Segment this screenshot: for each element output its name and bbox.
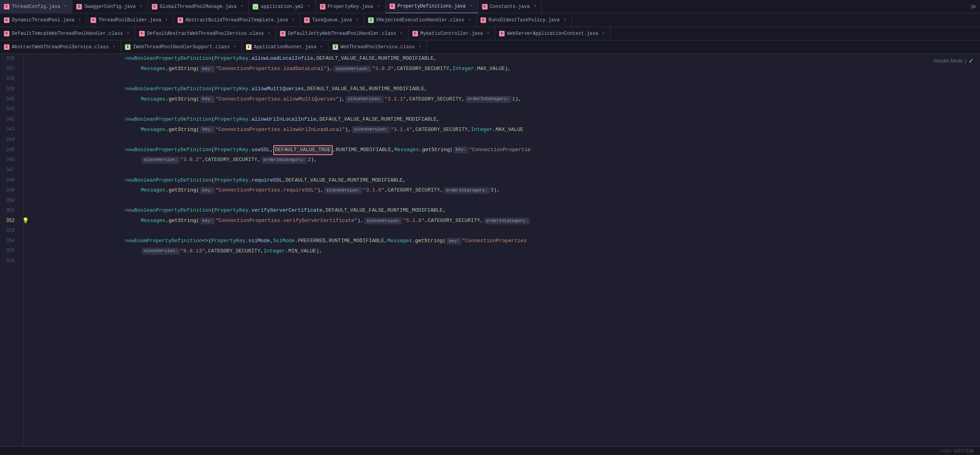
code-line-336: new BooleanPropertyDefinition ( Property…	[30, 54, 980, 64]
tab-close-propertydefinitions[interactable]: ×	[468, 4, 474, 9]
tab-label-threadconfig: ThreadConfig.java	[12, 4, 60, 9]
tab-close-abstractwebthread[interactable]: ×	[111, 44, 117, 50]
tab-close-dynamicthreadpool[interactable]: ×	[77, 17, 82, 23]
tab-webserverapplication[interactable]: C WebServerApplicationContext.java ×	[495, 27, 610, 40]
tab-bar-row1: C ThreadConfig.java × C SwaggerConfig.ja…	[0, 0, 980, 13]
line-339: 339	[0, 84, 19, 95]
line-346: 346	[0, 155, 19, 165]
tab-icon-iwebthreadpool: I	[125, 44, 131, 50]
tab-icon-swaggerconfig: C	[76, 4, 82, 9]
tab-defaultabstract[interactable]: C DefaultAbstractWebThreadPoolService.cl…	[135, 27, 276, 40]
tab-mybatiscontroller[interactable]: C MybatisController.java ×	[409, 27, 495, 40]
tab-close-applicationyml[interactable]: ×	[306, 4, 312, 9]
code-line-355: sinceVersion: "8.0.13" , CATEGORY_SECURI…	[30, 246, 980, 256]
tab-globalthreadpool[interactable]: C GlobalThreadPoolManage.java ×	[148, 0, 249, 13]
tab-icon-defaultabstract: C	[139, 31, 145, 36]
line-numbers-gutter: 336 337 338 339 340 341 342 343 344 345 …	[0, 54, 24, 446]
code-line-356	[30, 256, 980, 267]
line-351: 351	[0, 206, 19, 216]
tab-close-taskqueue[interactable]: ×	[354, 17, 360, 23]
tab-constants[interactable]: C Constants.java ×	[478, 0, 542, 13]
tab-propertykey[interactable]: C PropertyKey.java ×	[316, 0, 386, 13]
tab-label-constants: Constants.java	[490, 4, 530, 9]
line-348: 348	[0, 175, 19, 186]
tab-label-abstractwebthread: AbstractWebThreadPoolService.class	[12, 44, 109, 50]
line-344: 344	[0, 135, 19, 145]
tab-icon-defaulttomcat: C	[4, 31, 9, 36]
tab-dynamicthreadpool[interactable]: C DynamicThreadPool.java ×	[0, 13, 87, 27]
tab-close-defaultabstract[interactable]: ×	[266, 31, 272, 36]
tab-label-propertydefinitions: PropertyDefinitions.java	[397, 4, 466, 9]
code-line-347	[30, 165, 980, 176]
tab-abstractwebthread[interactable]: C AbstractWebThreadPoolService.class ×	[0, 40, 121, 54]
line-356: 356	[0, 256, 19, 267]
tab-close-threadconfig[interactable]: ×	[62, 4, 68, 9]
tab-label-runsoldest: RunsOldestTaskPolicy.java	[488, 17, 560, 23]
line-349: 349	[0, 186, 19, 196]
tab-icon-webserverapplication: C	[499, 31, 505, 36]
tab-close-constants[interactable]: ×	[532, 4, 537, 9]
code-line-353	[30, 226, 980, 236]
tab-taskqueue[interactable]: C TaskQueue.java ×	[300, 13, 364, 27]
line-341: 341	[0, 104, 19, 115]
line-352: 352	[0, 216, 19, 226]
tab-applicationrunner[interactable]: I ApplicationRunner.java ×	[242, 40, 329, 54]
tab-webthreadpoolservice[interactable]: I WebThreadPoolService.class ×	[329, 40, 427, 54]
code-line-339: new BooleanPropertyDefinition ( Property…	[30, 84, 980, 95]
tab-close-globalthreadpool[interactable]: ×	[239, 4, 244, 9]
tab-close-propertykey[interactable]: ×	[376, 4, 381, 9]
tab-abstractbuild[interactable]: C AbstractBuildThreadPoolTemplate.java ×	[174, 13, 300, 27]
tab-close-webserverapplication[interactable]: ×	[601, 31, 606, 36]
tab-label-defaultjetty: DefaultJettyWebThreadPoolHandler.class	[288, 31, 396, 36]
tab-icon-dynamicthreadpool: C	[4, 17, 9, 23]
code-line-344	[30, 135, 980, 145]
tab-runsoldest[interactable]: C RunsOldestTaskPolicy.java ×	[477, 13, 572, 27]
tab-xrejected[interactable]: I XRejectedExecutionHandler.class ×	[364, 13, 477, 27]
tab-close-swaggerconfig[interactable]: ×	[138, 4, 144, 9]
tab-icon-threadpoolbuilder: C	[91, 17, 96, 23]
code-line-343: Messages . getString ( key: "ConnectionP…	[30, 125, 980, 135]
tab-close-xrejected[interactable]: ×	[467, 17, 472, 23]
tab-iwebthreadpool[interactable]: I IWebThreadPoolHandlerSupport.class ×	[121, 40, 242, 54]
tab-close-threadpoolbuilder[interactable]: ×	[164, 17, 169, 23]
code-line-350	[30, 195, 980, 206]
tab-label-webserverapplication: WebServerApplicationContext.java	[507, 31, 598, 36]
tab-label-applicationrunner: ApplicationRunner.java	[254, 44, 316, 50]
tab-label-taskqueue: TaskQueue.java	[312, 17, 352, 23]
tab-close-defaulttomcat[interactable]: ×	[125, 31, 131, 36]
code-line-340: Messages . getString ( key: "ConnectionP…	[30, 94, 980, 104]
code-line-348: new BooleanPropertyDefinition ( Property…	[30, 175, 980, 186]
tab-close-applicationrunner[interactable]: ×	[319, 44, 324, 50]
tab-bar-row3: C DefaultTomcatWebThreadPoolHandler.clas…	[0, 27, 980, 40]
tab-threadpoolbuilder[interactable]: C ThreadPoolBuilder.java ×	[87, 13, 173, 27]
lightbulb-icon[interactable]: 💡	[24, 216, 29, 225]
tab-icon-applicationyml: 🍃	[253, 4, 258, 9]
line-345: 345	[0, 145, 19, 155]
tab-propertydefinitions[interactable]: C PropertyDefinitions.java ×	[386, 0, 478, 13]
code-content-area[interactable]: new BooleanPropertyDefinition ( Property…	[24, 54, 980, 446]
tab-close-runsoldest[interactable]: ×	[562, 17, 568, 23]
tab-close-webthreadpoolservice[interactable]: ×	[417, 44, 422, 50]
tab-icon-propertydefinitions: C	[390, 4, 395, 9]
tab-threadconfig[interactable]: C ThreadConfig.java ×	[0, 0, 72, 13]
reader-mode-button[interactable]: Reader Mode | ✓	[934, 57, 974, 64]
tab-close-mybatiscontroller[interactable]: ×	[485, 31, 491, 36]
tab-close-defaultjetty[interactable]: ×	[399, 31, 404, 36]
line-354: 354	[0, 236, 19, 246]
tab-icon-propertykey: C	[320, 4, 325, 9]
line-342: 342	[0, 115, 19, 125]
tab-label-xrejected: XRejectedExecutionHandler.class	[376, 17, 464, 23]
tab-overflow-row1[interactable]: ≫	[967, 3, 980, 11]
tab-close-iwebthreadpool[interactable]: ×	[232, 44, 238, 50]
tab-defaulttomcat[interactable]: C DefaultTomcatWebThreadPoolHandler.clas…	[0, 27, 135, 40]
watermark-text: CSDN @掘中瓜癞	[940, 448, 974, 454]
code-line-349: Messages . getString ( key: "ConnectionP…	[30, 186, 980, 196]
line-338: 338	[0, 74, 19, 84]
line-355: 355	[0, 246, 19, 256]
tab-icon-abstractbuild: C	[178, 17, 183, 23]
tab-close-abstractbuild[interactable]: ×	[290, 17, 296, 23]
tab-applicationyml[interactable]: 🍃 application.yml ×	[249, 0, 316, 13]
tab-swaggerconfig[interactable]: C SwaggerConfig.java ×	[72, 0, 148, 13]
tab-defaultjetty[interactable]: C DefaultJettyWebThreadPoolHandler.class…	[276, 27, 409, 40]
tab-bar-row2: C DynamicThreadPool.java × C ThreadPoolB…	[0, 13, 980, 27]
